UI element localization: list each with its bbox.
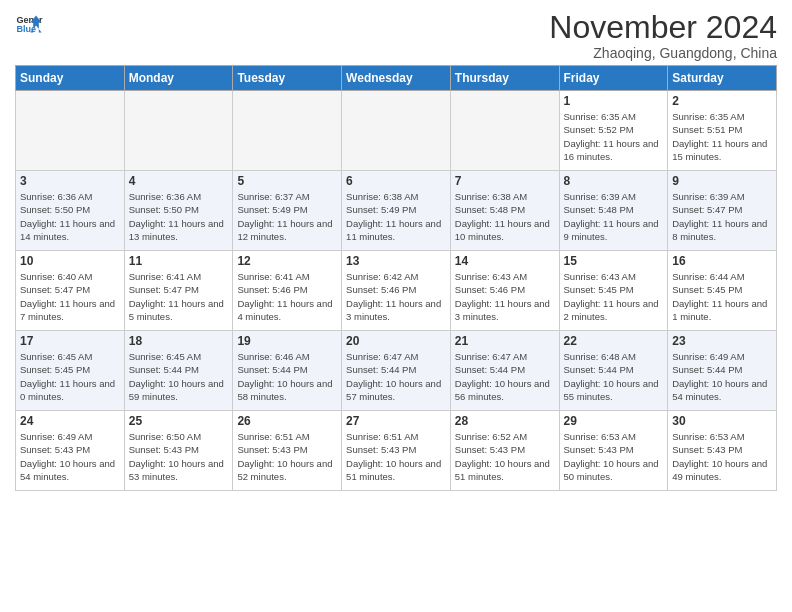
calendar-cell: 10Sunrise: 6:40 AM Sunset: 5:47 PM Dayli… xyxy=(16,251,125,331)
calendar-cell: 8Sunrise: 6:39 AM Sunset: 5:48 PM Daylig… xyxy=(559,171,668,251)
calendar-cell xyxy=(342,91,451,171)
day-info: Sunrise: 6:35 AM Sunset: 5:51 PM Dayligh… xyxy=(672,110,772,163)
day-info: Sunrise: 6:42 AM Sunset: 5:46 PM Dayligh… xyxy=(346,270,446,323)
day-info: Sunrise: 6:51 AM Sunset: 5:43 PM Dayligh… xyxy=(237,430,337,483)
day-info: Sunrise: 6:36 AM Sunset: 5:50 PM Dayligh… xyxy=(129,190,229,243)
day-number: 14 xyxy=(455,254,555,268)
day-number: 15 xyxy=(564,254,664,268)
calendar-cell: 7Sunrise: 6:38 AM Sunset: 5:48 PM Daylig… xyxy=(450,171,559,251)
calendar-cell: 6Sunrise: 6:38 AM Sunset: 5:49 PM Daylig… xyxy=(342,171,451,251)
day-number: 17 xyxy=(20,334,120,348)
day-info: Sunrise: 6:38 AM Sunset: 5:49 PM Dayligh… xyxy=(346,190,446,243)
day-number: 22 xyxy=(564,334,664,348)
day-number: 10 xyxy=(20,254,120,268)
calendar-cell xyxy=(16,91,125,171)
day-number: 12 xyxy=(237,254,337,268)
day-info: Sunrise: 6:36 AM Sunset: 5:50 PM Dayligh… xyxy=(20,190,120,243)
calendar-cell: 18Sunrise: 6:45 AM Sunset: 5:44 PM Dayli… xyxy=(124,331,233,411)
header-monday: Monday xyxy=(124,66,233,91)
week-row-2: 3Sunrise: 6:36 AM Sunset: 5:50 PM Daylig… xyxy=(16,171,777,251)
day-number: 19 xyxy=(237,334,337,348)
day-number: 9 xyxy=(672,174,772,188)
day-number: 28 xyxy=(455,414,555,428)
title-block: November 2024 Zhaoqing, Guangdong, China xyxy=(549,10,777,61)
day-number: 29 xyxy=(564,414,664,428)
calendar-cell: 17Sunrise: 6:45 AM Sunset: 5:45 PM Dayli… xyxy=(16,331,125,411)
header-thursday: Thursday xyxy=(450,66,559,91)
day-info: Sunrise: 6:38 AM Sunset: 5:48 PM Dayligh… xyxy=(455,190,555,243)
day-info: Sunrise: 6:45 AM Sunset: 5:45 PM Dayligh… xyxy=(20,350,120,403)
calendar-cell: 5Sunrise: 6:37 AM Sunset: 5:49 PM Daylig… xyxy=(233,171,342,251)
day-number: 23 xyxy=(672,334,772,348)
calendar-cell: 26Sunrise: 6:51 AM Sunset: 5:43 PM Dayli… xyxy=(233,411,342,491)
day-number: 7 xyxy=(455,174,555,188)
header: General Blue General Blue November 2024 … xyxy=(15,10,777,61)
day-number: 24 xyxy=(20,414,120,428)
day-info: Sunrise: 6:40 AM Sunset: 5:47 PM Dayligh… xyxy=(20,270,120,323)
day-info: Sunrise: 6:50 AM Sunset: 5:43 PM Dayligh… xyxy=(129,430,229,483)
day-info: Sunrise: 6:53 AM Sunset: 5:43 PM Dayligh… xyxy=(672,430,772,483)
calendar-cell: 27Sunrise: 6:51 AM Sunset: 5:43 PM Dayli… xyxy=(342,411,451,491)
calendar-header: SundayMondayTuesdayWednesdayThursdayFrid… xyxy=(16,66,777,91)
day-info: Sunrise: 6:43 AM Sunset: 5:45 PM Dayligh… xyxy=(564,270,664,323)
calendar-cell: 11Sunrise: 6:41 AM Sunset: 5:47 PM Dayli… xyxy=(124,251,233,331)
calendar-cell: 2Sunrise: 6:35 AM Sunset: 5:51 PM Daylig… xyxy=(668,91,777,171)
calendar-cell: 21Sunrise: 6:47 AM Sunset: 5:44 PM Dayli… xyxy=(450,331,559,411)
calendar-table: SundayMondayTuesdayWednesdayThursdayFrid… xyxy=(15,65,777,491)
calendar-cell: 20Sunrise: 6:47 AM Sunset: 5:44 PM Dayli… xyxy=(342,331,451,411)
calendar-cell: 29Sunrise: 6:53 AM Sunset: 5:43 PM Dayli… xyxy=(559,411,668,491)
calendar-cell: 3Sunrise: 6:36 AM Sunset: 5:50 PM Daylig… xyxy=(16,171,125,251)
header-friday: Friday xyxy=(559,66,668,91)
calendar-cell: 30Sunrise: 6:53 AM Sunset: 5:43 PM Dayli… xyxy=(668,411,777,491)
day-info: Sunrise: 6:41 AM Sunset: 5:46 PM Dayligh… xyxy=(237,270,337,323)
calendar-cell: 23Sunrise: 6:49 AM Sunset: 5:44 PM Dayli… xyxy=(668,331,777,411)
month-title: November 2024 xyxy=(549,10,777,45)
calendar-cell: 4Sunrise: 6:36 AM Sunset: 5:50 PM Daylig… xyxy=(124,171,233,251)
day-number: 5 xyxy=(237,174,337,188)
day-number: 25 xyxy=(129,414,229,428)
day-info: Sunrise: 6:52 AM Sunset: 5:43 PM Dayligh… xyxy=(455,430,555,483)
calendar-cell: 1Sunrise: 6:35 AM Sunset: 5:52 PM Daylig… xyxy=(559,91,668,171)
calendar-cell: 28Sunrise: 6:52 AM Sunset: 5:43 PM Dayli… xyxy=(450,411,559,491)
day-info: Sunrise: 6:53 AM Sunset: 5:43 PM Dayligh… xyxy=(564,430,664,483)
day-info: Sunrise: 6:47 AM Sunset: 5:44 PM Dayligh… xyxy=(455,350,555,403)
day-number: 18 xyxy=(129,334,229,348)
calendar-cell: 12Sunrise: 6:41 AM Sunset: 5:46 PM Dayli… xyxy=(233,251,342,331)
location-subtitle: Zhaoqing, Guangdong, China xyxy=(549,45,777,61)
calendar-cell: 15Sunrise: 6:43 AM Sunset: 5:45 PM Dayli… xyxy=(559,251,668,331)
week-row-5: 24Sunrise: 6:49 AM Sunset: 5:43 PM Dayli… xyxy=(16,411,777,491)
header-tuesday: Tuesday xyxy=(233,66,342,91)
page-container: General Blue General Blue November 2024 … xyxy=(0,0,792,496)
day-info: Sunrise: 6:43 AM Sunset: 5:46 PM Dayligh… xyxy=(455,270,555,323)
day-info: Sunrise: 6:45 AM Sunset: 5:44 PM Dayligh… xyxy=(129,350,229,403)
day-number: 26 xyxy=(237,414,337,428)
day-number: 30 xyxy=(672,414,772,428)
calendar-cell: 13Sunrise: 6:42 AM Sunset: 5:46 PM Dayli… xyxy=(342,251,451,331)
calendar-cell: 22Sunrise: 6:48 AM Sunset: 5:44 PM Dayli… xyxy=(559,331,668,411)
calendar-cell: 19Sunrise: 6:46 AM Sunset: 5:44 PM Dayli… xyxy=(233,331,342,411)
day-info: Sunrise: 6:49 AM Sunset: 5:44 PM Dayligh… xyxy=(672,350,772,403)
day-number: 2 xyxy=(672,94,772,108)
day-number: 1 xyxy=(564,94,664,108)
header-wednesday: Wednesday xyxy=(342,66,451,91)
day-info: Sunrise: 6:49 AM Sunset: 5:43 PM Dayligh… xyxy=(20,430,120,483)
day-number: 4 xyxy=(129,174,229,188)
calendar-cell xyxy=(450,91,559,171)
day-number: 11 xyxy=(129,254,229,268)
calendar-cell: 16Sunrise: 6:44 AM Sunset: 5:45 PM Dayli… xyxy=(668,251,777,331)
day-info: Sunrise: 6:39 AM Sunset: 5:48 PM Dayligh… xyxy=(564,190,664,243)
week-row-1: 1Sunrise: 6:35 AM Sunset: 5:52 PM Daylig… xyxy=(16,91,777,171)
day-number: 20 xyxy=(346,334,446,348)
day-number: 8 xyxy=(564,174,664,188)
header-sunday: Sunday xyxy=(16,66,125,91)
calendar-body: 1Sunrise: 6:35 AM Sunset: 5:52 PM Daylig… xyxy=(16,91,777,491)
day-info: Sunrise: 6:48 AM Sunset: 5:44 PM Dayligh… xyxy=(564,350,664,403)
calendar-cell: 9Sunrise: 6:39 AM Sunset: 5:47 PM Daylig… xyxy=(668,171,777,251)
day-number: 27 xyxy=(346,414,446,428)
header-saturday: Saturday xyxy=(668,66,777,91)
week-row-3: 10Sunrise: 6:40 AM Sunset: 5:47 PM Dayli… xyxy=(16,251,777,331)
day-number: 21 xyxy=(455,334,555,348)
day-info: Sunrise: 6:46 AM Sunset: 5:44 PM Dayligh… xyxy=(237,350,337,403)
day-info: Sunrise: 6:35 AM Sunset: 5:52 PM Dayligh… xyxy=(564,110,664,163)
calendar-cell xyxy=(124,91,233,171)
